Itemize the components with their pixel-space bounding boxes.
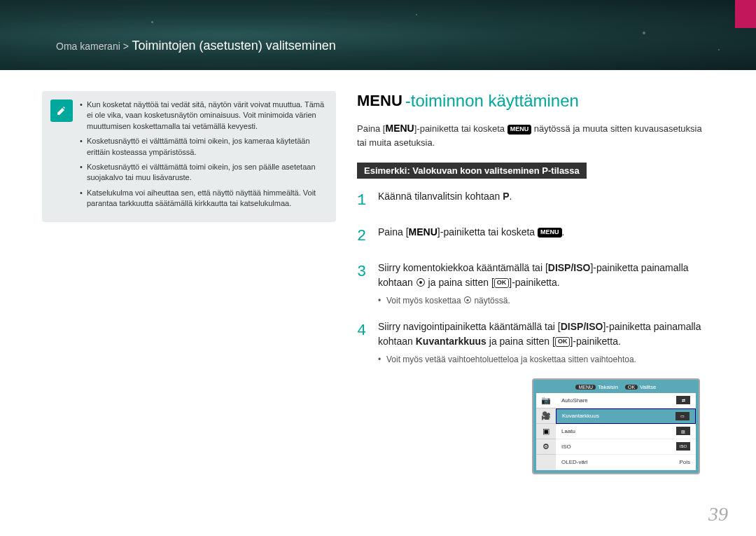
step-number: 4 [357, 319, 370, 366]
step-number: 2 [357, 225, 370, 248]
example-label: Esimerkki: Valokuvan koon valitseminen P… [357, 163, 587, 179]
value-text: Pois [679, 459, 690, 465]
disp-iso-label: DISP/ISO [561, 321, 603, 332]
ok-icon: OK [555, 337, 570, 347]
step-sub-note: Voit myös vetää vaihtoehtoluetteloa ja k… [378, 353, 714, 366]
step-1: 1 Käännä tilanvalitsin kohtaan P. [357, 189, 714, 212]
menu-icon: MENU [538, 228, 562, 238]
step-2: 2 Paina [MENU]-painiketta tai kosketa ME… [357, 225, 714, 248]
value-icon: ISO [676, 442, 690, 451]
page-header: Oma kamerani > Toimintojen (asetusten) v… [0, 0, 756, 70]
toggle-icon: ⇄ [676, 396, 690, 404]
breadcrumb: Oma kamerani > Toimintojen (asetusten) v… [56, 39, 336, 53]
value-icon: ▭ [676, 412, 690, 420]
menu-inline: MENU [385, 123, 414, 134]
screen-sidebar: 📷 🎥 ▣ ⚙ [536, 393, 556, 470]
list-row-iso[interactable]: ISOISO [556, 439, 696, 455]
list-row-autoshare[interactable]: AutoShare⇄ [556, 393, 696, 408]
menu-icon: MENU [507, 125, 532, 135]
step-number: 3 [357, 261, 370, 307]
list-row-oled[interactable]: OLED-väriPois [556, 455, 696, 470]
screen-menu-list: AutoShare⇄ Kuvantarkkuus▭ Laatu▨ ISOISO … [556, 393, 696, 470]
screen-top-bar: MENU Takaisin OK Valitse [536, 383, 696, 393]
list-row-laatu[interactable]: Laatu▨ [556, 424, 696, 439]
step-4: 4 Siirry navigointipainiketta kääntämäll… [357, 319, 714, 366]
section-title: MENU-toiminnon käyttäminen [357, 91, 714, 111]
step-sub-note: Voit myös koskettaa ⦿ näytössä. [378, 294, 714, 307]
breadcrumb-title: Toimintojen (asetusten) valitseminen [132, 39, 336, 53]
note-item: Kun kosketat näyttöä tai vedät sitä, näy… [80, 99, 328, 132]
camera-tab-icon[interactable]: 📷 [536, 393, 556, 408]
ok-icon: OK [494, 278, 510, 288]
camera-screen-preview: MENU Takaisin OK Valitse 📷 🎥 ▣ ⚙ AutoSha… [532, 378, 700, 474]
menu-inline: MENU [409, 226, 438, 238]
custom-tab-icon[interactable]: ▣ [536, 424, 556, 439]
note-box: Kun kosketat näyttöä tai vedät sitä, näy… [42, 91, 336, 222]
note-item: Katselukulma voi aiheuttaa sen, että näy… [80, 188, 328, 209]
p-mode-icon: P [503, 191, 509, 202]
list-row-kuvantarkkuus[interactable]: Kuvantarkkuus▭ [556, 408, 696, 424]
video-tab-icon[interactable]: 🎥 [536, 408, 556, 424]
camera-icon: ⦿ [416, 277, 426, 288]
menu-pill: MENU [575, 385, 596, 390]
note-item: Kosketusnäyttö ei välttämättä toimi oike… [80, 162, 328, 184]
title-suffix: -toiminnon käyttäminen [405, 91, 579, 111]
note-list: Kun kosketat näyttöä tai vedät sitä, näy… [80, 99, 328, 214]
menu-label: MENU [357, 92, 402, 110]
step-3: 3 Siirry komentokiekkoa kääntämällä tai … [357, 261, 714, 307]
pencil-icon [50, 99, 73, 122]
note-item: Kosketusnäyttö ei välttämättä toimi oike… [80, 136, 328, 158]
steps-list: 1 Käännä tilanvalitsin kohtaan P. 2 Pain… [357, 189, 714, 366]
settings-tab-icon[interactable]: ⚙ [536, 439, 556, 455]
step-number: 1 [357, 189, 370, 212]
value-icon: ▨ [676, 427, 690, 435]
page-number: 39 [708, 503, 728, 525]
kuvantarkkuus-label: Kuvantarkkuus [416, 336, 486, 347]
disp-iso-label: DISP/ISO [548, 262, 591, 273]
breadcrumb-prefix: Oma kamerani > [56, 41, 129, 52]
ok-pill: OK [625, 385, 638, 390]
intro-text: Paina [MENU]-painiketta tai kosketa MENU… [357, 121, 714, 150]
